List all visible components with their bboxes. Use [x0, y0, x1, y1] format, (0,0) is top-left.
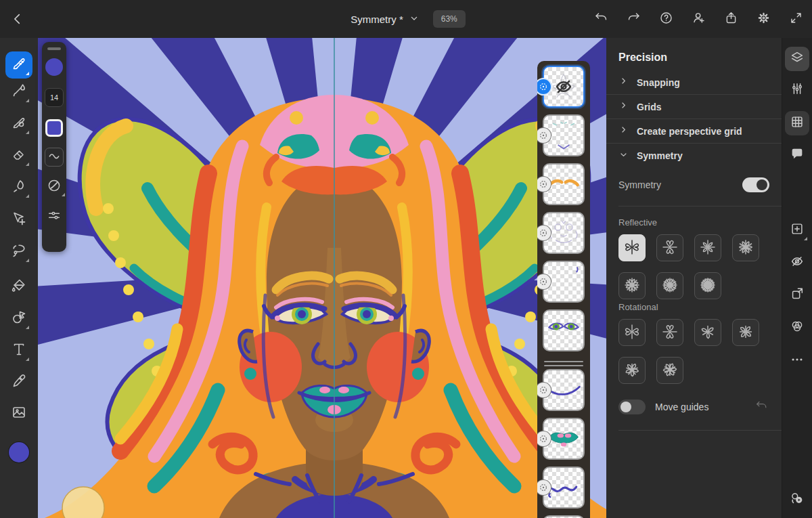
symmetry-toggle-label: Symmetry [618, 179, 661, 190]
color-chip[interactable] [45, 119, 63, 137]
layer-group-divider[interactable] [544, 361, 583, 366]
section-grids[interactable]: Grids [606, 95, 782, 119]
reflective-symmetry-icon [698, 275, 718, 297]
help-button[interactable] [650, 0, 682, 38]
layers-strip [537, 61, 590, 518]
rotational-label: Rotational [618, 302, 782, 312]
tool-pixel-brush[interactable] [5, 51, 32, 79]
rotational-symmetry-icon [736, 322, 756, 344]
move-icon [11, 211, 27, 230]
layer-thumbnail[interactable] [543, 212, 585, 254]
redo-button[interactable] [617, 0, 650, 38]
add-square-icon [790, 221, 805, 239]
transform-icon [790, 286, 805, 304]
tool-live-brush[interactable] [5, 79, 32, 106]
rotational-2-h-button[interactable] [656, 319, 683, 346]
layer-thumbnail[interactable] [543, 66, 585, 108]
rotational-3-button[interactable] [694, 319, 721, 346]
symmetry-toggle-row: Symmetry [618, 168, 782, 207]
reflective-symmetry-icon [622, 237, 642, 259]
layers-button[interactable] [785, 47, 809, 71]
rotational-6-button[interactable] [656, 357, 683, 384]
tool-mixer-brush[interactable] [5, 110, 32, 137]
layer-thumbnail[interactable] [543, 114, 585, 156]
timelapse-button[interactable] [785, 488, 809, 512]
share-button[interactable] [715, 0, 747, 38]
zoom-level-badge[interactable]: 63% [433, 10, 466, 28]
section-symmetry[interactable]: Symmetry [606, 144, 782, 168]
redo-icon [627, 11, 641, 27]
comment-button[interactable] [785, 143, 809, 167]
more-options-button[interactable] [785, 349, 809, 373]
move-guides-toggle[interactable] [618, 400, 646, 414]
drag-handle[interactable] [47, 47, 61, 50]
share-icon [724, 11, 738, 27]
brush-live-icon [11, 83, 27, 102]
section-snapping[interactable]: Snapping [606, 70, 782, 95]
text-icon [11, 341, 27, 360]
tool-smudge[interactable] [5, 174, 32, 201]
foreground-color-swatch[interactable] [9, 442, 29, 462]
hide-layer-button[interactable] [785, 251, 809, 275]
tool-place-image[interactable] [5, 400, 32, 427]
reflective-2-h-button[interactable] [656, 234, 683, 261]
rotational-symmetry-icon [698, 322, 718, 344]
adjustments-button[interactable] [785, 78, 809, 102]
tool-fill[interactable] [5, 274, 32, 301]
add-layer-button[interactable] [785, 218, 809, 242]
transform-layer-button[interactable] [785, 283, 809, 307]
canvas[interactable] [38, 38, 606, 518]
tool-shape[interactable] [5, 305, 32, 332]
layer-thumbnail[interactable] [543, 515, 585, 518]
precision-button[interactable] [785, 111, 809, 135]
precision-panel: Precision SnappingGridsCreate perspectiv… [606, 38, 782, 518]
tool-text[interactable] [5, 337, 32, 364]
fullscreen-button[interactable] [780, 0, 812, 38]
wave-icon [47, 149, 61, 165]
layer-thumbnail[interactable] [543, 369, 585, 411]
layer-thumbnail[interactable] [543, 467, 585, 509]
layer-thumbnail[interactable] [543, 418, 585, 460]
smoothing-button[interactable] [45, 148, 64, 167]
layer-preview[interactable] [543, 515, 585, 518]
rotational-5-button[interactable] [618, 357, 646, 384]
undo-button[interactable] [585, 0, 617, 38]
reflective-4-button[interactable] [694, 234, 721, 261]
layer-preview[interactable] [543, 309, 585, 351]
tool-eraser[interactable] [5, 142, 32, 169]
layer-thumbnail[interactable] [543, 163, 585, 205]
rotational-symmetry-icon [660, 322, 680, 344]
reflective-16-button[interactable] [694, 272, 721, 299]
right-sidebar [782, 38, 812, 518]
brush-preview[interactable] [45, 58, 63, 76]
reset-guides-button[interactable] [751, 399, 772, 415]
reflective-12-button[interactable] [656, 272, 683, 299]
tool-eyedropper[interactable] [5, 369, 32, 396]
invite-collaborator-button[interactable] [682, 0, 715, 38]
flow-button[interactable] [45, 177, 64, 196]
reset-icon [755, 400, 768, 414]
reflective-2-v-button[interactable] [618, 234, 646, 261]
gear-icon [757, 11, 771, 27]
reflective-8-button[interactable] [618, 272, 646, 299]
layer-properties-button[interactable] [785, 316, 809, 340]
section-create-perspective-grid[interactable]: Create perspective grid [606, 119, 782, 144]
tool-move[interactable] [5, 207, 32, 234]
brush-size-field[interactable]: 14 [45, 88, 64, 107]
back-button[interactable] [8, 9, 27, 28]
move-guides-label: Move guides [655, 402, 708, 412]
rotational-2-v-button[interactable] [618, 319, 646, 346]
layer-thumbnail[interactable] [543, 309, 585, 351]
reflective-6-button[interactable] [732, 234, 759, 261]
settings-button[interactable] [747, 0, 780, 38]
layer-thumbnail[interactable] [543, 261, 585, 303]
document-title-dropdown[interactable]: Symmetry * [346, 12, 424, 26]
comment-icon [790, 146, 805, 164]
rotational-4-button[interactable] [732, 319, 759, 346]
symmetry-toggle[interactable] [742, 177, 769, 192]
rotational-symmetry-icon [622, 322, 642, 344]
rotational-symmetry-icon [622, 360, 642, 382]
undo-icon [594, 11, 608, 27]
brush-settings-button[interactable] [45, 207, 64, 226]
tool-lasso[interactable] [5, 238, 32, 265]
